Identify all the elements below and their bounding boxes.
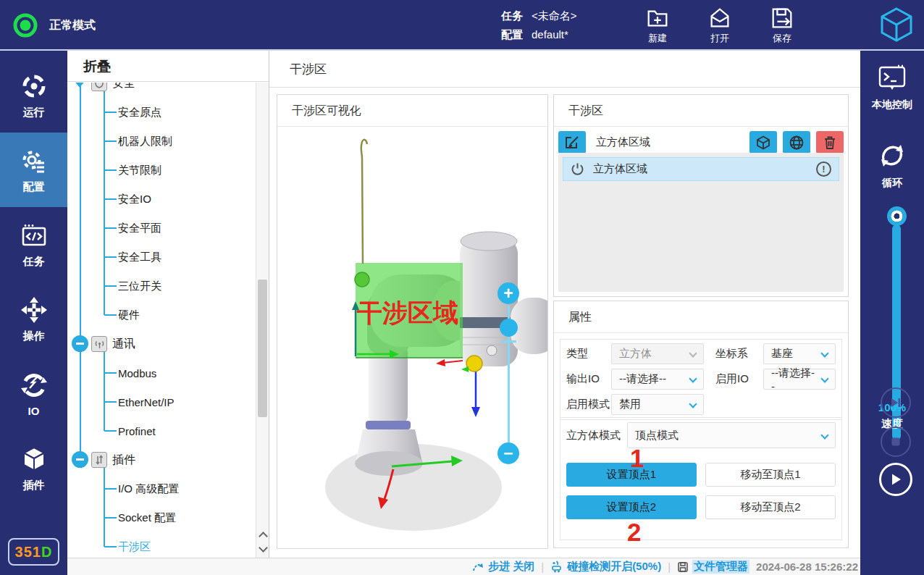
collapse-minus-icon[interactable] (72, 335, 88, 352)
tree-item-joint-limits[interactable]: 关节限制 (67, 156, 256, 185)
alert-icon[interactable]: ! (816, 161, 831, 177)
tree-item-three-position-switch[interactable]: 三位开关 (67, 272, 256, 301)
open-button[interactable]: 打开 (701, 5, 739, 45)
tree-item-label: 安全 (112, 83, 135, 91)
globe-icon (789, 135, 805, 151)
edit-zone-button[interactable] (558, 131, 586, 154)
tree-item-hardware[interactable]: 硬件 (67, 301, 256, 330)
step-forward-button[interactable] (881, 387, 911, 418)
tree-item-label: 通讯 (112, 337, 135, 352)
tree-item-communication[interactable]: 通讯 (67, 330, 256, 358)
move-to-vertex-1-button[interactable]: 移动至顶点1 (705, 463, 836, 487)
tree-body: 安全 安全原点 机器人限制 关节限制 安全IO 安全平面 安全工具 三位开关 硬… (67, 83, 256, 558)
edit-pencil-icon (564, 135, 580, 151)
page-title: 干涉区 (269, 51, 860, 88)
zoom-out-button[interactable]: − (497, 442, 519, 464)
sidebar-item-label: 任务 (23, 255, 45, 269)
safety-code-badge: 351D (8, 538, 59, 566)
tree-item-safety-origin[interactable]: 安全原点 (67, 98, 256, 127)
stop-icon (890, 436, 902, 448)
sidebar-item-task[interactable]: 任务 (0, 207, 67, 282)
tree-item-label: 插件 (112, 453, 135, 468)
tree-item-safety-tool[interactable]: 安全工具 (67, 243, 256, 272)
io-cycle-icon (20, 371, 49, 400)
move-to-vertex-2-button[interactable]: 移动至顶点2 (705, 495, 836, 519)
step-mode-label: 步进 关闭 (488, 560, 534, 574)
tree-item-plugin[interactable]: 插件 (67, 445, 256, 474)
vertex-sphere-green (355, 272, 369, 287)
stop-button[interactable] (881, 427, 911, 457)
frame-select-value: 基座 (771, 347, 793, 361)
badge-prefix: 351 (15, 544, 41, 561)
delete-zone-button[interactable] (816, 131, 844, 154)
task-config-info: 任务<未命名> 配置default* (501, 7, 577, 44)
enable-mode-select[interactable]: 禁用 (611, 394, 704, 415)
zone-panel-title: 干涉区 (554, 95, 848, 127)
tree-collapse-header[interactable]: 折叠 (67, 51, 269, 82)
collapse-triangle-icon[interactable] (74, 83, 85, 88)
scroll-down-button[interactable] (256, 543, 269, 556)
tree-item-profinet[interactable]: Profinet (67, 416, 256, 445)
type-select-value: 立方体 (619, 347, 652, 361)
config-tree-panel: 折叠 安全 安全原点 机器人限制 关节限制 安全IO 安全平面 安全工具 三位开… (67, 51, 269, 558)
chevron-down-icon (820, 431, 828, 439)
sidebar-item-plugin[interactable]: 插件 (0, 431, 67, 505)
robot-mode-indicator[interactable]: 正常模式 (12, 0, 96, 51)
enable-io-select[interactable]: --请选择-- (763, 369, 836, 390)
status-bar: 步进 关闭 | 碰撞检测开启(50%) | 文件管理器 2024-06-28 1… (67, 558, 860, 575)
interference-zone-panel: 干涉区 立方体区域 (553, 94, 849, 297)
properties-form: 类型 立方体 坐标系 基座 输出IO --请选择-- 启用IO (560, 339, 842, 420)
brand-logo (878, 6, 915, 46)
new-button[interactable]: 新建 (639, 5, 676, 45)
visualization-title: 干涉区可视化 (277, 95, 547, 127)
collision-detection-status[interactable]: 碰撞检测开启(50%) (550, 560, 661, 574)
sidebar-item-io[interactable]: IO (0, 356, 67, 431)
sidebar-item-config[interactable]: 配置 (0, 133, 67, 207)
tree-item-io-advanced-config[interactable]: I/O 高级配置 (67, 474, 256, 503)
save-button[interactable]: 保存 (763, 5, 801, 45)
set-vertex-2-button[interactable]: 设置顶点2 (566, 495, 697, 519)
scroll-up-button[interactable] (256, 529, 269, 542)
cube-mode-select[interactable]: 顶点模式 (627, 422, 836, 448)
region-annotation-text: 干涉区域 (356, 298, 458, 327)
tree-item-label: 三位开关 (118, 280, 161, 293)
local-control-button[interactable]: 本地控制 (860, 64, 924, 112)
zone-list-item[interactable]: 立方体区域 ! (563, 157, 839, 181)
zoom-in-button[interactable]: + (497, 282, 519, 304)
sidebar-item-label: 插件 (23, 479, 45, 492)
tree-item-robot-limits[interactable]: 机器人限制 (67, 127, 256, 156)
tree-item-modbus[interactable]: Modbus (67, 358, 256, 387)
enable-mode-label: 启用模式 (566, 398, 611, 411)
tree-item-label: 关节限制 (118, 164, 161, 177)
type-select[interactable]: 立方体 (611, 343, 704, 364)
add-cube-zone-button[interactable] (749, 131, 777, 154)
3d-viewport[interactable]: 干涉区域 + − (277, 127, 547, 548)
step-mode-status[interactable]: 步进 关闭 (472, 560, 534, 574)
tree-item-safety-plane[interactable]: 安全平面 (67, 214, 256, 243)
speed-slider-knob[interactable] (887, 206, 907, 226)
tree-item-security[interactable]: 安全 (67, 83, 256, 98)
frame-select[interactable]: 基座 (763, 343, 836, 364)
output-io-select[interactable]: --请选择-- (611, 369, 704, 390)
tree-item-ethernet-ip[interactable]: EtherNet/IP (67, 387, 256, 416)
sidebar-item-run[interactable]: 运行 (0, 58, 67, 133)
collapse-minus-icon[interactable] (72, 451, 88, 468)
scrollbar-thumb[interactable] (258, 280, 267, 417)
add-sphere-zone-button[interactable] (783, 131, 810, 154)
loop-button[interactable]: 循环 (860, 139, 924, 190)
local-control-label: 本地控制 (860, 98, 924, 112)
play-button[interactable] (879, 463, 912, 496)
visualization-panel: 干涉区可视化 (277, 94, 548, 549)
tree-item-interference-zone[interactable]: 干涉区 (67, 532, 256, 558)
cube-icon (755, 135, 771, 151)
task-value: <未命名> (532, 7, 577, 25)
zoom-slider-knob[interactable] (500, 319, 518, 337)
sidebar-item-operate[interactable]: 操作 (0, 282, 67, 356)
tree-scrollbar[interactable] (256, 83, 269, 558)
file-manager-button[interactable]: 文件管理器 (677, 560, 749, 574)
tree-item-safety-io[interactable]: 安全IO (67, 185, 256, 214)
trajectory-line (361, 140, 367, 264)
output-io-label: 输出IO (566, 372, 611, 386)
security-icon (91, 83, 107, 91)
tree-item-socket-config[interactable]: Socket 配置 (67, 503, 256, 532)
